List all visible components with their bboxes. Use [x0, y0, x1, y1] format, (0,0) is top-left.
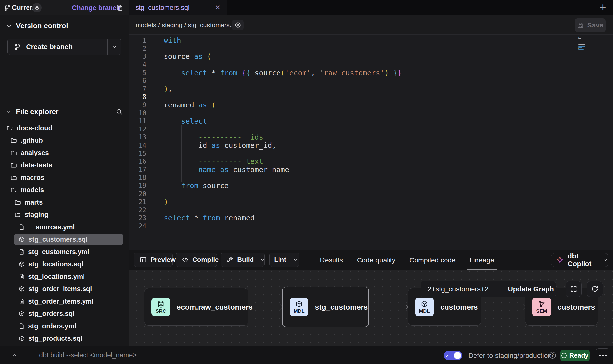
code-line[interactable]: 18 — [129, 174, 613, 182]
file-tree-item-label: stg_locations.yml — [28, 273, 85, 281]
lint-button[interactable]: Lint — [269, 253, 299, 267]
panel-tab-results[interactable]: Results — [320, 250, 343, 270]
model-badge: MDL — [290, 298, 308, 316]
file-tree-item--sources-yml[interactable]: __sources.yml — [0, 221, 128, 233]
lint-caret[interactable] — [292, 253, 299, 267]
editor-scrollbar[interactable] — [606, 35, 606, 250]
lineage-node-source[interactable]: SRC ecom.raw_customers — [144, 288, 248, 326]
file-tree-item-models[interactable]: models — [0, 184, 128, 196]
code-line[interactable]: 24 — [129, 222, 613, 230]
minimap-line — [578, 40, 590, 40]
code-line[interactable]: 10 — [129, 109, 613, 117]
code-line[interactable]: 21) — [129, 198, 613, 206]
save-button[interactable]: Save — [575, 18, 606, 32]
copilot-compass-button[interactable] — [232, 20, 244, 30]
line-number: 1 — [129, 37, 154, 44]
file-tree-item-stg-products-sql[interactable]: stg_products.sql — [0, 332, 128, 345]
tab-stg-customers-sql[interactable]: stg_customers.sql ✕ — [129, 0, 227, 15]
code-line[interactable]: 7), — [129, 85, 613, 93]
change-branch-link[interactable]: Change branch — [72, 4, 121, 12]
create-branch-main[interactable]: Create branch — [8, 39, 107, 55]
code-line[interactable]: 20 — [129, 190, 613, 198]
code-line[interactable]: 17 name as customer_name — [129, 166, 613, 174]
panel-tab-lineage[interactable]: Lineage — [470, 250, 494, 270]
badge-label: SEM — [536, 308, 547, 314]
file-tree-item-label: models — [21, 186, 44, 194]
file-tree-item-stg-orders-sql[interactable]: stg_orders.sql — [0, 308, 128, 320]
code-line[interactable]: 22 — [129, 206, 613, 214]
code-lines[interactable]: 1with23source as (45 select * from {{ so… — [129, 36, 613, 230]
code-line[interactable]: 12 — [129, 125, 613, 133]
new-tab-button[interactable]: + — [600, 1, 606, 13]
build-caret[interactable] — [260, 253, 265, 267]
file-tree-item-stg-locations-sql[interactable]: stg_locations.sql — [0, 258, 128, 270]
panel-tab-compiled-code[interactable]: Compiled code — [409, 250, 456, 270]
line-number: 23 — [129, 214, 154, 222]
copy-icon[interactable] — [116, 4, 123, 11]
ready-status-badge[interactable]: Ready — [560, 350, 590, 361]
file-tree-item-data-tests[interactable]: data-tests — [0, 159, 128, 171]
code-line[interactable]: 2 — [129, 45, 613, 53]
file-tree-item-stg-order-items-yml[interactable]: stg_order_items.yml — [0, 295, 128, 308]
create-branch-caret[interactable] — [107, 39, 121, 55]
dbt-copilot-button[interactable]: dbt Copilot — [551, 253, 608, 267]
file-tree-item-macros[interactable]: macros — [0, 171, 128, 184]
code-line[interactable]: 1with — [129, 36, 613, 45]
file-doc-icon — [18, 249, 25, 255]
collapse-command-bar-button[interactable] — [0, 346, 29, 364]
folder-icon — [10, 150, 17, 156]
search-icon[interactable] — [116, 108, 123, 115]
create-branch-button[interactable]: Create branch — [7, 39, 121, 55]
help-icon[interactable]: ? — [549, 352, 556, 359]
file-tree-item--github[interactable]: .github — [0, 134, 128, 147]
code-line[interactable]: 4 — [129, 61, 613, 69]
file-tree-item-label: analyses — [21, 149, 49, 157]
file-tree-item-stg-locations-yml[interactable]: stg_locations.yml — [0, 270, 128, 283]
code-line[interactable]: 23select * from renamed — [129, 214, 613, 222]
defer-toggle[interactable] — [444, 351, 462, 360]
file-tree-item-docs-cloud[interactable]: docs-cloud — [0, 122, 128, 134]
update-graph-button[interactable]: Update Graph — [506, 281, 556, 297]
file-tree-item-staging[interactable]: staging — [0, 208, 128, 221]
code-line[interactable]: 6 — [129, 77, 613, 85]
code-line[interactable]: 11 select — [129, 117, 613, 125]
lineage-node-stg-customers[interactable]: MDL stg_customers — [282, 287, 369, 327]
file-tree-item-stg-order-items-sql[interactable]: stg_order_items.sql — [0, 283, 128, 295]
ellipsis-icon — [599, 355, 601, 356]
code-editor[interactable]: 1with23source as (45 select * from {{ so… — [129, 35, 613, 250]
code-line[interactable]: 19 from source — [129, 182, 613, 190]
command-input[interactable]: dbt build --select <model_name> — [39, 346, 137, 364]
file-tree-item-stg-customers-yml[interactable]: stg_customers.yml — [0, 246, 128, 258]
more-options-button[interactable] — [596, 348, 610, 362]
code-line-content: ), — [154, 85, 172, 93]
minimap-line — [578, 42, 581, 42]
code-line[interactable]: 14 id as customer_id, — [129, 141, 613, 150]
code-line[interactable]: 3source as ( — [129, 52, 613, 61]
refresh-button[interactable] — [587, 281, 603, 297]
lineage-canvas[interactable]: SRC ecom.raw_customers MDL stg_customers… — [129, 270, 613, 346]
file-tree-item-stg-orders-yml[interactable]: stg_orders.yml — [0, 320, 128, 332]
lineage-filter-input[interactable]: 2+stg_customers+2 — [421, 281, 506, 297]
close-icon[interactable]: ✕ — [215, 4, 221, 12]
minimap[interactable] — [578, 37, 592, 51]
check-icon — [445, 353, 449, 358]
code-line[interactable]: 5 select * from {{ source('ecom', 'raw_c… — [129, 69, 613, 77]
panel-tab-code-quality[interactable]: Code quality — [357, 250, 395, 270]
file-tree-item-analyses[interactable]: analyses — [0, 147, 128, 159]
preview-button[interactable]: Preview — [134, 253, 173, 267]
version-control-header[interactable]: Version control — [6, 22, 68, 30]
file-tree-item-label: .github — [21, 137, 43, 144]
file-tree-item-stg-customers-sql[interactable]: stg_customers.sql — [0, 233, 128, 246]
code-line[interactable]: 13 ---------- ids — [129, 133, 613, 141]
fullscreen-button[interactable] — [566, 281, 582, 297]
code-line[interactable]: 16 ---------- text — [129, 157, 613, 166]
code-line[interactable]: 8 — [129, 93, 613, 101]
code-line-content: name as customer_name — [154, 165, 289, 174]
file-explorer-header[interactable]: File explorer — [6, 106, 123, 117]
line-number: 14 — [129, 142, 154, 149]
code-line[interactable]: 9renamed as ( — [129, 101, 613, 109]
compile-button[interactable]: Compile — [176, 253, 217, 267]
code-line[interactable]: 15 — [129, 149, 613, 157]
build-button[interactable]: Build — [221, 253, 265, 267]
file-tree-item-marts[interactable]: marts — [0, 196, 128, 208]
